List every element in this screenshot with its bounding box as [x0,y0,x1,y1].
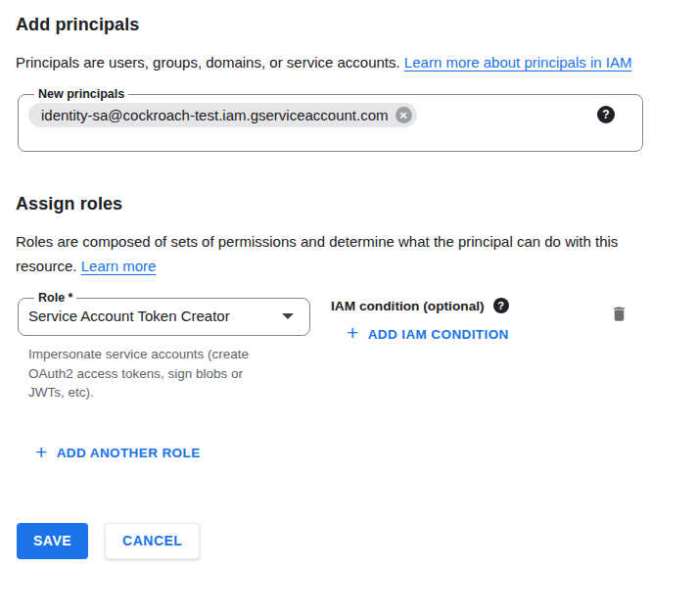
iam-condition-help-icon[interactable]: ? [493,298,509,313]
dialog-actions: SAVE CANCEL [17,523,682,559]
add-another-role-button[interactable]: + ADD ANOTHER ROLE [35,446,201,461]
add-iam-condition-label: ADD IAM CONDITION [368,327,509,342]
role-label: Role * [34,291,76,305]
assign-roles-description: Roles are composed of sets of permission… [16,229,664,278]
role-select[interactable]: Role * Service Account Token Creator [18,291,310,336]
role-selected-value: Service Account Token Creator [28,308,230,324]
add-principals-title: Add principals [16,15,682,35]
new-principals-field[interactable]: New principals identity-sa@cockroach-tes… [18,87,643,152]
add-another-role-label: ADD ANOTHER ROLE [57,446,201,460]
iam-condition-column: IAM condition (optional) ? + ADD IAM CON… [331,291,509,345]
role-helper-text: Impersonate service accounts (create OAu… [28,345,281,403]
add-principals-dialog: Add principals Principals are users, gro… [0,0,698,616]
learn-more-roles-link[interactable]: Learn more [81,258,157,274]
iam-condition-label: IAM condition (optional) [331,299,485,313]
learn-more-principals-link[interactable]: Learn more about principals in IAM [404,54,632,71]
principal-chip[interactable]: identity-sa@cockroach-test.iam.gservicea… [28,103,417,127]
dropdown-arrow-icon [282,313,294,319]
role-assignment-row: Role * Service Account Token Creator Imp… [16,291,682,403]
role-column: Role * Service Account Token Creator Imp… [16,291,309,403]
plus-icon: + [35,445,48,460]
add-iam-condition-button[interactable]: + ADD IAM CONDITION [347,326,509,342]
trash-icon [610,304,628,324]
save-button[interactable]: SAVE [17,523,88,559]
assign-roles-title: Assign roles [16,194,682,214]
new-principals-label: New principals [34,87,128,101]
delete-role-button[interactable] [608,302,630,329]
add-principals-description: Principals are users, groups, domains, o… [16,50,664,74]
new-principals-help-icon[interactable]: ? [597,106,615,123]
description-text: Principals are users, groups, domains, o… [16,54,400,71]
plus-icon: + [347,325,359,341]
principal-chip-label: identity-sa@cockroach-test.iam.gservicea… [41,107,389,123]
cancel-button[interactable]: CANCEL [105,523,200,559]
remove-principal-icon[interactable]: × [396,107,412,123]
